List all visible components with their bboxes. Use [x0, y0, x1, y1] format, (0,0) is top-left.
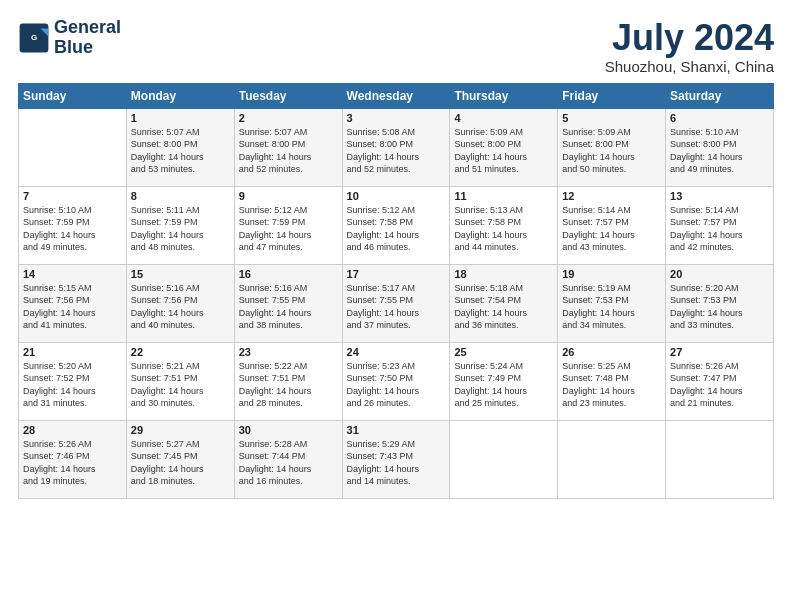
calendar-cell: [666, 420, 774, 498]
calendar-cell: 20Sunrise: 5:20 AM Sunset: 7:53 PM Dayli…: [666, 264, 774, 342]
header-day-saturday: Saturday: [666, 83, 774, 108]
calendar-cell: 8Sunrise: 5:11 AM Sunset: 7:59 PM Daylig…: [126, 186, 234, 264]
header-day-friday: Friday: [558, 83, 666, 108]
day-info: Sunrise: 5:12 AM Sunset: 7:58 PM Dayligh…: [347, 204, 446, 254]
day-number: 12: [562, 190, 661, 202]
day-number: 6: [670, 112, 769, 124]
calendar-cell: 19Sunrise: 5:19 AM Sunset: 7:53 PM Dayli…: [558, 264, 666, 342]
subtitle: Shuozhou, Shanxi, China: [605, 58, 774, 75]
day-number: 17: [347, 268, 446, 280]
logo-text: General Blue: [54, 18, 121, 58]
calendar-cell: [19, 108, 127, 186]
header-day-thursday: Thursday: [450, 83, 558, 108]
day-number: 15: [131, 268, 230, 280]
logo-line2: Blue: [54, 38, 121, 58]
day-info: Sunrise: 5:09 AM Sunset: 8:00 PM Dayligh…: [454, 126, 553, 176]
day-info: Sunrise: 5:08 AM Sunset: 8:00 PM Dayligh…: [347, 126, 446, 176]
calendar-cell: 3Sunrise: 5:08 AM Sunset: 8:00 PM Daylig…: [342, 108, 450, 186]
svg-text:G: G: [31, 32, 37, 41]
calendar-cell: 18Sunrise: 5:18 AM Sunset: 7:54 PM Dayli…: [450, 264, 558, 342]
day-number: 3: [347, 112, 446, 124]
main-title: July 2024: [605, 18, 774, 58]
day-info: Sunrise: 5:24 AM Sunset: 7:49 PM Dayligh…: [454, 360, 553, 410]
day-number: 26: [562, 346, 661, 358]
header-day-monday: Monday: [126, 83, 234, 108]
calendar-cell: 9Sunrise: 5:12 AM Sunset: 7:59 PM Daylig…: [234, 186, 342, 264]
day-number: 7: [23, 190, 122, 202]
day-number: 30: [239, 424, 338, 436]
day-info: Sunrise: 5:10 AM Sunset: 7:59 PM Dayligh…: [23, 204, 122, 254]
calendar-cell: 27Sunrise: 5:26 AM Sunset: 7:47 PM Dayli…: [666, 342, 774, 420]
header-day-wednesday: Wednesday: [342, 83, 450, 108]
day-info: Sunrise: 5:17 AM Sunset: 7:55 PM Dayligh…: [347, 282, 446, 332]
day-info: Sunrise: 5:20 AM Sunset: 7:53 PM Dayligh…: [670, 282, 769, 332]
day-info: Sunrise: 5:20 AM Sunset: 7:52 PM Dayligh…: [23, 360, 122, 410]
day-info: Sunrise: 5:11 AM Sunset: 7:59 PM Dayligh…: [131, 204, 230, 254]
day-info: Sunrise: 5:16 AM Sunset: 7:56 PM Dayligh…: [131, 282, 230, 332]
calendar-table: SundayMondayTuesdayWednesdayThursdayFrid…: [18, 83, 774, 499]
day-number: 18: [454, 268, 553, 280]
calendar-cell: 11Sunrise: 5:13 AM Sunset: 7:58 PM Dayli…: [450, 186, 558, 264]
day-info: Sunrise: 5:07 AM Sunset: 8:00 PM Dayligh…: [131, 126, 230, 176]
day-info: Sunrise: 5:12 AM Sunset: 7:59 PM Dayligh…: [239, 204, 338, 254]
day-info: Sunrise: 5:25 AM Sunset: 7:48 PM Dayligh…: [562, 360, 661, 410]
day-info: Sunrise: 5:26 AM Sunset: 7:46 PM Dayligh…: [23, 438, 122, 488]
day-info: Sunrise: 5:19 AM Sunset: 7:53 PM Dayligh…: [562, 282, 661, 332]
day-info: Sunrise: 5:13 AM Sunset: 7:58 PM Dayligh…: [454, 204, 553, 254]
calendar-cell: [450, 420, 558, 498]
calendar-cell: 29Sunrise: 5:27 AM Sunset: 7:45 PM Dayli…: [126, 420, 234, 498]
calendar-cell: 5Sunrise: 5:09 AM Sunset: 8:00 PM Daylig…: [558, 108, 666, 186]
day-info: Sunrise: 5:09 AM Sunset: 8:00 PM Dayligh…: [562, 126, 661, 176]
day-info: Sunrise: 5:21 AM Sunset: 7:51 PM Dayligh…: [131, 360, 230, 410]
day-number: 8: [131, 190, 230, 202]
day-info: Sunrise: 5:14 AM Sunset: 7:57 PM Dayligh…: [562, 204, 661, 254]
day-info: Sunrise: 5:23 AM Sunset: 7:50 PM Dayligh…: [347, 360, 446, 410]
calendar-cell: 6Sunrise: 5:10 AM Sunset: 8:00 PM Daylig…: [666, 108, 774, 186]
day-info: Sunrise: 5:26 AM Sunset: 7:47 PM Dayligh…: [670, 360, 769, 410]
logo: G General Blue: [18, 18, 121, 58]
day-info: Sunrise: 5:28 AM Sunset: 7:44 PM Dayligh…: [239, 438, 338, 488]
week-row-3: 21Sunrise: 5:20 AM Sunset: 7:52 PM Dayli…: [19, 342, 774, 420]
day-number: 5: [562, 112, 661, 124]
day-info: Sunrise: 5:16 AM Sunset: 7:55 PM Dayligh…: [239, 282, 338, 332]
calendar-cell: 13Sunrise: 5:14 AM Sunset: 7:57 PM Dayli…: [666, 186, 774, 264]
calendar-cell: 26Sunrise: 5:25 AM Sunset: 7:48 PM Dayli…: [558, 342, 666, 420]
calendar-cell: 1Sunrise: 5:07 AM Sunset: 8:00 PM Daylig…: [126, 108, 234, 186]
day-number: 14: [23, 268, 122, 280]
week-row-4: 28Sunrise: 5:26 AM Sunset: 7:46 PM Dayli…: [19, 420, 774, 498]
calendar-cell: 23Sunrise: 5:22 AM Sunset: 7:51 PM Dayli…: [234, 342, 342, 420]
calendar-cell: 7Sunrise: 5:10 AM Sunset: 7:59 PM Daylig…: [19, 186, 127, 264]
calendar-cell: 17Sunrise: 5:17 AM Sunset: 7:55 PM Dayli…: [342, 264, 450, 342]
day-number: 28: [23, 424, 122, 436]
day-number: 11: [454, 190, 553, 202]
calendar-cell: 2Sunrise: 5:07 AM Sunset: 8:00 PM Daylig…: [234, 108, 342, 186]
calendar-cell: 28Sunrise: 5:26 AM Sunset: 7:46 PM Dayli…: [19, 420, 127, 498]
calendar-cell: 4Sunrise: 5:09 AM Sunset: 8:00 PM Daylig…: [450, 108, 558, 186]
day-number: 2: [239, 112, 338, 124]
day-info: Sunrise: 5:27 AM Sunset: 7:45 PM Dayligh…: [131, 438, 230, 488]
day-info: Sunrise: 5:10 AM Sunset: 8:00 PM Dayligh…: [670, 126, 769, 176]
calendar-cell: 21Sunrise: 5:20 AM Sunset: 7:52 PM Dayli…: [19, 342, 127, 420]
calendar-cell: 22Sunrise: 5:21 AM Sunset: 7:51 PM Dayli…: [126, 342, 234, 420]
day-info: Sunrise: 5:22 AM Sunset: 7:51 PM Dayligh…: [239, 360, 338, 410]
calendar-cell: 31Sunrise: 5:29 AM Sunset: 7:43 PM Dayli…: [342, 420, 450, 498]
day-number: 21: [23, 346, 122, 358]
day-number: 9: [239, 190, 338, 202]
header-row: SundayMondayTuesdayWednesdayThursdayFrid…: [19, 83, 774, 108]
day-number: 29: [131, 424, 230, 436]
calendar-cell: 16Sunrise: 5:16 AM Sunset: 7:55 PM Dayli…: [234, 264, 342, 342]
day-number: 13: [670, 190, 769, 202]
calendar-cell: 14Sunrise: 5:15 AM Sunset: 7:56 PM Dayli…: [19, 264, 127, 342]
logo-line1: General: [54, 18, 121, 38]
day-info: Sunrise: 5:07 AM Sunset: 8:00 PM Dayligh…: [239, 126, 338, 176]
week-row-1: 7Sunrise: 5:10 AM Sunset: 7:59 PM Daylig…: [19, 186, 774, 264]
day-number: 16: [239, 268, 338, 280]
page: G General Blue July 2024 Shuozhou, Shanx…: [0, 0, 792, 612]
header: G General Blue July 2024 Shuozhou, Shanx…: [18, 18, 774, 75]
calendar-cell: 24Sunrise: 5:23 AM Sunset: 7:50 PM Dayli…: [342, 342, 450, 420]
day-number: 19: [562, 268, 661, 280]
calendar-cell: 25Sunrise: 5:24 AM Sunset: 7:49 PM Dayli…: [450, 342, 558, 420]
day-number: 4: [454, 112, 553, 124]
day-number: 27: [670, 346, 769, 358]
day-number: 1: [131, 112, 230, 124]
